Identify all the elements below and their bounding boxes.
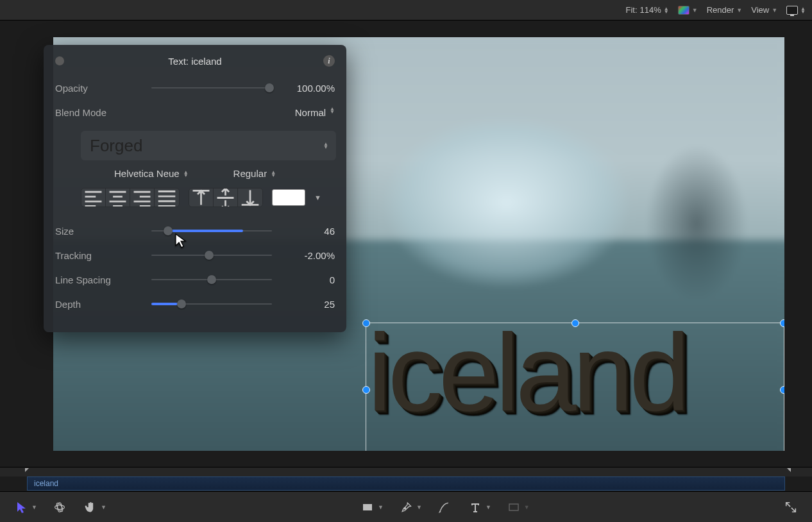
render-label: Render xyxy=(707,5,734,15)
chevron-down-icon: ▼ xyxy=(772,7,777,13)
pan-tool[interactable]: ▼ xyxy=(82,499,106,516)
color-dropdown-chevron-icon[interactable]: ▼ xyxy=(314,194,321,201)
rectangle-icon xyxy=(359,499,376,516)
size-label: Size xyxy=(55,226,151,237)
display-options[interactable]: ▲▼ xyxy=(786,6,806,15)
linespacing-label: Line Spacing xyxy=(55,274,151,285)
select-tool[interactable]: ▼ xyxy=(13,499,37,516)
stepper-icon: ▲▼ xyxy=(800,7,806,13)
text-tool[interactable]: ▼ xyxy=(467,499,491,516)
opacity-label: Opacity xyxy=(55,83,151,94)
bottom-toolbar: ▼ ▼ ▼ ▼ ▼ ▼ xyxy=(0,491,812,522)
monitor-icon xyxy=(786,6,798,15)
timeline-clip[interactable]: iceland xyxy=(27,476,785,491)
resize-handle[interactable] xyxy=(571,319,579,327)
info-button[interactable]: i xyxy=(323,55,335,67)
font-row: Helvetica Neue ▲▼ Regular ▲▼ xyxy=(55,168,335,179)
mask-rect-icon xyxy=(505,499,522,516)
blend-mode-row: Blend Mode Normal ▲▼ xyxy=(55,100,335,124)
align-left-button[interactable] xyxy=(81,189,106,206)
tracking-slider[interactable] xyxy=(151,249,272,262)
svg-rect-3 xyxy=(363,504,372,510)
text-t-icon xyxy=(467,499,484,516)
hud-title: Text: iceland xyxy=(168,56,221,67)
text-hud-panel: Text: iceland i Opacity 100.00% Blend Mo… xyxy=(44,45,346,332)
in-point-icon[interactable] xyxy=(24,467,31,476)
viewer-top-toolbar: Fit: 114% ▲▼ ▼ Render ▼ View ▼ ▲▼ xyxy=(0,0,812,21)
align-justify-button[interactable] xyxy=(155,189,179,206)
linespacing-slider[interactable] xyxy=(151,273,272,286)
timeline-ruler[interactable] xyxy=(0,467,812,476)
linespacing-value[interactable]: 0 xyxy=(283,274,335,285)
3d-transform-tool[interactable] xyxy=(51,499,68,516)
align-center-button[interactable] xyxy=(106,189,130,206)
view-menu[interactable]: View ▼ xyxy=(751,5,777,15)
pen-nib-icon xyxy=(398,499,414,516)
blend-mode-label: Blend Mode xyxy=(55,107,151,118)
hand-icon xyxy=(82,499,99,516)
close-button[interactable] xyxy=(55,56,64,65)
chevron-down-icon: ▼ xyxy=(486,504,491,510)
fullscreen-button[interactable] xyxy=(782,499,799,516)
pen-tool[interactable]: ▼ xyxy=(398,499,422,516)
tracking-value[interactable]: -2.00% xyxy=(283,250,335,261)
depth-value[interactable]: 25 xyxy=(283,299,335,310)
valign-middle-button[interactable] xyxy=(214,189,238,206)
stepper-icon: ▲▼ xyxy=(330,107,335,118)
shape-tool[interactable]: ▼ xyxy=(359,499,384,516)
valign-top-button[interactable] xyxy=(189,189,214,206)
align-right-button[interactable] xyxy=(130,189,155,206)
view-label: View xyxy=(751,5,769,15)
mask-tool[interactable]: ▼ xyxy=(505,499,530,516)
arrow-cursor-icon xyxy=(13,499,30,516)
svg-point-2 xyxy=(55,501,63,512)
depth-slider[interactable] xyxy=(151,298,272,310)
font-family-select[interactable]: Helvetica Neue ▲▼ xyxy=(114,168,189,179)
clip-label: iceland xyxy=(34,479,58,488)
resize-handle[interactable] xyxy=(362,319,370,327)
hud-header: Text: iceland i xyxy=(55,53,335,69)
stepper-icon: ▲▼ xyxy=(183,171,189,177)
svg-point-4 xyxy=(404,507,406,509)
mini-timeline: iceland xyxy=(0,467,812,491)
paint-stroke-tool[interactable] xyxy=(436,499,453,516)
fit-value: 114% xyxy=(640,5,661,15)
text-color-well[interactable] xyxy=(272,189,305,206)
tracking-row: Tracking -2.00% xyxy=(55,243,335,267)
stepper-icon: ▲▼ xyxy=(323,142,328,149)
selection-bounding-box[interactable] xyxy=(366,323,784,451)
opacity-slider[interactable] xyxy=(151,81,272,94)
stepper-icon: ▲▼ xyxy=(664,7,669,13)
vertical-align-group xyxy=(189,188,263,207)
valign-bottom-button[interactable] xyxy=(238,189,262,206)
size-row: Size 46 xyxy=(55,219,335,243)
chevron-down-icon: ▼ xyxy=(378,504,384,510)
resize-handle[interactable] xyxy=(780,319,784,327)
render-menu[interactable]: Render ▼ xyxy=(707,5,743,15)
chevron-down-icon: ▼ xyxy=(31,504,37,510)
chevron-down-icon: ▼ xyxy=(101,504,106,510)
out-point-icon[interactable] xyxy=(785,467,791,476)
font-weight-select[interactable]: Regular ▲▼ xyxy=(233,168,276,179)
color-swatch-icon xyxy=(678,6,689,15)
depth-row: Depth 25 xyxy=(55,292,335,316)
resize-handle[interactable] xyxy=(780,386,784,394)
horizontal-align-group xyxy=(81,188,180,207)
resize-handle[interactable] xyxy=(362,386,370,394)
blend-mode-select[interactable]: Normal ▲▼ xyxy=(283,107,335,118)
size-slider[interactable] xyxy=(151,224,272,237)
stepper-icon: ▲▼ xyxy=(271,171,276,177)
svg-rect-5 xyxy=(509,504,518,510)
chevron-down-icon: ▼ xyxy=(736,7,742,13)
opacity-value[interactable]: 100.00% xyxy=(283,83,335,94)
svg-point-0 xyxy=(55,505,64,509)
text-style-preset[interactable]: Forged ▲▼ xyxy=(81,131,336,160)
fit-zoom-control[interactable]: Fit: 114% ▲▼ xyxy=(625,5,668,15)
size-value[interactable]: 46 xyxy=(283,226,335,237)
opacity-row: Opacity 100.00% xyxy=(55,76,335,100)
chevron-down-icon: ▼ xyxy=(524,504,530,510)
linespacing-row: Line Spacing 0 xyxy=(55,267,335,292)
chevron-down-icon: ▼ xyxy=(416,504,422,510)
alignment-row: ▼ xyxy=(81,188,335,207)
color-channel-control[interactable]: ▼ xyxy=(678,6,698,15)
